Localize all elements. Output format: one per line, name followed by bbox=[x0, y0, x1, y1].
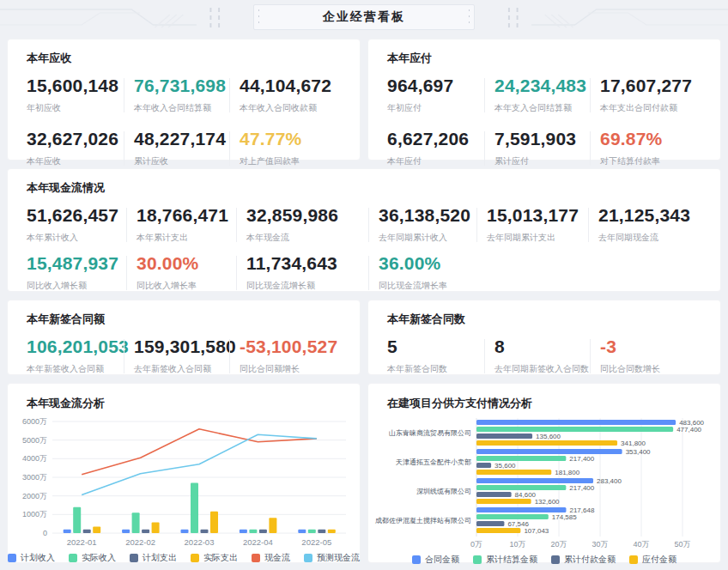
bar-value-label: 132,600 bbox=[535, 498, 560, 506]
row-charts: 本年现金流分析 01000万2000万3000万4000万5000万6000万2… bbox=[7, 383, 721, 563]
bar bbox=[269, 518, 276, 533]
stat-value: 964,697 bbox=[387, 76, 494, 96]
stat-item: -3同比合同数增长 bbox=[600, 337, 720, 375]
bar-value-label: 35,600 bbox=[494, 462, 516, 470]
legend-swatch bbox=[8, 554, 16, 562]
bar-value-label: 181,800 bbox=[555, 469, 579, 476]
bar bbox=[83, 530, 91, 533]
contract-count-stats: 5本年新签合同数8去年同期新签收入合同数-3同比合同数增长 bbox=[368, 337, 720, 375]
dashboard-body: 本年应收 15,600,148年初应收76,731,698本年收入合同结算额44… bbox=[0, 34, 728, 570]
receivables-stats: 15,600,148年初应收76,731,698本年收入合同结算额44,104,… bbox=[8, 76, 360, 167]
stat-label: 年初应付 bbox=[387, 102, 494, 114]
row-receivable-payable: 本年应收 15,600,148年初应收76,731,698本年收入合同结算额44… bbox=[7, 39, 721, 161]
legend-item[interactable]: 实际支出 bbox=[191, 552, 238, 564]
stat-item: 24,234,483本年支入合同结算额 bbox=[494, 76, 600, 114]
legend-item[interactable]: 现金流 bbox=[252, 552, 290, 564]
stat-value: 8 bbox=[494, 337, 600, 357]
stat-item: -53,100,527同比合同额增长 bbox=[240, 337, 360, 375]
x-axis-label: 2022-03 bbox=[185, 537, 215, 547]
stat-value: 11,734,643 bbox=[246, 253, 379, 274]
stat-item: 69.87%对下结算付款率 bbox=[600, 129, 720, 167]
hbar-chart-svg: 0万10万20万30万40万50万山东青睐商流贸易有限公司天津通拓五金配件小卖部… bbox=[379, 416, 712, 552]
stat-item: 21,125,343去年同期现金流 bbox=[598, 205, 720, 244]
bar-value-label: 353,400 bbox=[626, 448, 651, 456]
legend-swatch bbox=[252, 554, 260, 562]
legend-item[interactable]: 累计结算金额 bbox=[473, 554, 537, 566]
bar-value-label: 135,600 bbox=[536, 433, 561, 440]
stat-value: 106,201,053 bbox=[27, 337, 134, 357]
stat-item: 32,859,986本年现金流 bbox=[246, 205, 379, 244]
legend-item[interactable]: 应付金额 bbox=[629, 554, 676, 566]
stat-label: 本年应付 bbox=[387, 155, 494, 167]
x-axis-label: 2022-02 bbox=[125, 537, 155, 547]
bar bbox=[476, 485, 566, 490]
legend-item[interactable]: 合同金额 bbox=[412, 554, 459, 566]
cashflow-stats-row1: 51,626,457本年累计收入18,766,471本年累计支出32,859,9… bbox=[8, 205, 720, 244]
stat-item: 8去年同期新签收入合同数 bbox=[494, 337, 600, 375]
card-supplier-payment-chart: 在建项目分供方支付情况分析 0万10万20万30万40万50万山东青睐商流贸易有… bbox=[367, 383, 721, 563]
legend-label: 实际支出 bbox=[203, 552, 238, 564]
legend-item[interactable]: 计划支出 bbox=[130, 552, 177, 564]
stat-item: 15,487,937同比收入增长额 bbox=[27, 253, 136, 292]
bar-value-label: 341,800 bbox=[621, 440, 646, 447]
legend-label: 累计结算金额 bbox=[486, 554, 537, 566]
legend-item[interactable]: 实际收入 bbox=[69, 552, 116, 564]
legend-swatch bbox=[69, 554, 77, 562]
stat-value: 44,104,672 bbox=[240, 76, 360, 96]
stat-item: 44,104,672本年收入合同收款额 bbox=[240, 76, 360, 114]
bar bbox=[476, 478, 593, 483]
legend-swatch bbox=[551, 555, 560, 564]
bar bbox=[476, 449, 622, 454]
stat-value: 48,227,174 bbox=[134, 129, 240, 149]
svg-text:0万: 0万 bbox=[470, 540, 482, 549]
bar bbox=[476, 499, 531, 504]
legend-label: 计划收入 bbox=[21, 552, 55, 564]
svg-text:3000万: 3000万 bbox=[22, 473, 47, 482]
stat-label: 同比收入增长率 bbox=[136, 280, 246, 292]
chart-title-cashflow-analysis: 本年现金流分析 bbox=[8, 384, 360, 411]
bar bbox=[476, 456, 566, 461]
stat-value: 159,301,580 bbox=[134, 337, 240, 357]
svg-text:6000万: 6000万 bbox=[22, 417, 47, 426]
legend-item[interactable]: 累计付款金额 bbox=[551, 554, 616, 566]
stat-label: 累计应付 bbox=[494, 155, 600, 167]
bar-value-label: 283,400 bbox=[597, 477, 622, 485]
stat-label: 去年同期新签收入合同数 bbox=[494, 363, 600, 375]
card-cashflow-summary: 本年现金流情况 51,626,457本年累计收入18,766,471本年累计支出… bbox=[7, 168, 721, 292]
stat-value: 21,125,343 bbox=[598, 205, 720, 226]
legend-item[interactable]: 预测现金流 bbox=[304, 552, 360, 564]
svg-text:40万: 40万 bbox=[633, 540, 649, 549]
stat-value: 69.87% bbox=[600, 129, 720, 149]
stat-label: 去年同期累计收入 bbox=[379, 232, 487, 244]
bar bbox=[476, 427, 673, 432]
stat-label: 去年同期累计支出 bbox=[487, 232, 598, 244]
page-title-box: 企业经营看板 bbox=[253, 4, 475, 30]
legend-label: 应付金额 bbox=[642, 554, 676, 566]
cashflow-stats-row2: 15,487,937同比收入增长额30.00%同比收入增长率11,734,643… bbox=[8, 253, 720, 292]
combo-chart-svg: 01000万2000万3000万4000万5000万6000万2022-0120… bbox=[18, 416, 351, 550]
svg-text:1000万: 1000万 bbox=[22, 510, 47, 518]
stat-label: 同比收入增长额 bbox=[27, 280, 136, 292]
stat-item: 106,201,053本年新签收入合同额 bbox=[27, 337, 134, 375]
payables-stats: 964,697年初应付24,234,483本年支入合同结算额17,607,277… bbox=[368, 76, 720, 167]
legend-item[interactable]: 计划收入 bbox=[8, 552, 55, 564]
bar bbox=[298, 530, 306, 533]
dashboard-page: 企业经营看板 本年应收 15,600,148年初应收76,731,698本年收入… bbox=[0, 0, 728, 570]
bar bbox=[328, 530, 336, 533]
svg-text:50万: 50万 bbox=[674, 540, 690, 549]
stat-item: 30.00%同比收入增长率 bbox=[136, 253, 246, 292]
bar bbox=[152, 522, 160, 533]
cashflow-chart-legend: 计划收入实际收入计划支出实际支出现金流预测现金流 bbox=[8, 552, 360, 564]
stat-value: -53,100,527 bbox=[240, 337, 360, 357]
bar-value-label: 477,400 bbox=[676, 426, 701, 434]
legend-label: 现金流 bbox=[264, 552, 290, 564]
card-title-contract-count: 本年新签合同数 bbox=[368, 300, 720, 327]
bar bbox=[132, 512, 140, 533]
bar bbox=[181, 530, 189, 533]
stat-value: 18,766,471 bbox=[136, 205, 246, 226]
category-label: 山东青睐商流贸易有限公司 bbox=[389, 429, 471, 437]
stat-value: 5 bbox=[387, 337, 494, 357]
legend-label: 预测现金流 bbox=[317, 552, 360, 564]
stat-item: 5本年新签合同数 bbox=[387, 337, 494, 375]
stat-value: 76,731,698 bbox=[134, 76, 240, 96]
